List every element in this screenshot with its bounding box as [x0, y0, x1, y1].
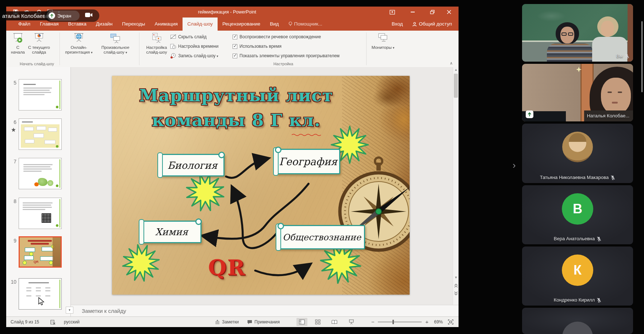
tab-review[interactable]: Рецензирование — [218, 18, 265, 31]
checkbox-play-narration[interactable]: Воспроизвести речевое сопровождение — [233, 34, 321, 39]
two-screens-icon — [96, 32, 135, 44]
video-tile-you[interactable]: Вы — [522, 4, 633, 62]
slide-title-line1: Маршрутный лист — [116, 85, 357, 105]
screen: ▾ геймификация - PowerPoint Файл Главная… — [0, 0, 644, 334]
setup-screen-icon — [142, 32, 171, 44]
thumbnail-slide-5[interactable] — [19, 79, 62, 110]
notes-toggle[interactable]: Заметки — [215, 317, 239, 327]
hide-slide-button[interactable]: Скрыть слайд — [170, 34, 207, 39]
tab-transitions[interactable]: Переходы — [117, 18, 150, 31]
previous-slide-icon[interactable] — [454, 284, 458, 288]
minimize-button[interactable] — [405, 7, 421, 18]
reading-view-icon — [331, 320, 337, 325]
reading-view-button[interactable] — [329, 318, 340, 326]
avatar — [562, 132, 593, 162]
checkbox-checked-icon — [233, 44, 237, 49]
thumbnail-slide-7[interactable] — [19, 158, 62, 189]
thumb-number: 6 — [8, 119, 16, 125]
zoom-in-button[interactable]: + — [425, 317, 429, 327]
rehearse-timings-button[interactable]: Настройка времени — [170, 43, 218, 49]
language-indicator[interactable]: русский — [64, 317, 80, 327]
thumbnail-slide-8[interactable] — [19, 198, 62, 229]
tab-assistant[interactable]: Помощник... — [284, 18, 327, 31]
collapse-ribbon-icon[interactable]: ∧ — [450, 61, 453, 66]
group-label-setup: Настройка — [261, 62, 305, 66]
record-icon — [170, 53, 176, 59]
notes-icon — [215, 320, 220, 324]
scroll-down-icon[interactable]: ▼ — [453, 276, 459, 279]
video-tile-vera[interactable]: В Вера Анатольевна — [522, 185, 633, 244]
panel-scrollbar[interactable] — [641, 21, 643, 92]
mouse-cursor — [38, 297, 45, 306]
screen-share-label: Экран — [57, 13, 71, 19]
monitors-icon — [369, 32, 396, 44]
chart-screen-icon — [25, 32, 53, 44]
slide-thumbnail-panel: 5 6 7 — [6, 67, 71, 316]
ribbon-display-options-button[interactable] — [384, 7, 400, 18]
notes-splitter-icon[interactable]: ▾ — [66, 307, 73, 314]
notes-pane[interactable]: ▾ Заметки к слайду — [71, 305, 459, 316]
comments-toggle[interactable]: Примечания — [247, 317, 280, 327]
window-title: геймификация - PowerPoint — [167, 7, 287, 18]
from-current-slide-button[interactable]: С текущего слайда — [25, 32, 53, 55]
globe-screen-icon — [63, 32, 95, 44]
scroll-knob-icon — [218, 152, 225, 158]
share-button[interactable]: Общий доступ — [407, 18, 459, 31]
subject-box-social-studies[interactable]: Обществознание — [279, 225, 365, 249]
tab-slideshow[interactable]: Слайд-шоу — [183, 18, 218, 31]
mic-muted-icon — [597, 298, 601, 303]
avatar-initial: В — [562, 193, 593, 225]
subject-box-chemistry[interactable]: Химия — [142, 221, 202, 243]
maximize-button[interactable] — [424, 7, 440, 18]
thumbnail-slide-9-selected[interactable]: QR — [19, 236, 62, 268]
camera-icon[interactable] — [85, 12, 93, 18]
tab-animations[interactable]: Анимация — [150, 18, 183, 31]
scrollbar-thumb[interactable] — [454, 74, 458, 98]
checkbox-checked-icon — [233, 35, 237, 39]
setup-slideshow-button[interactable]: Настройка слайд-шоу — [142, 32, 171, 55]
scroll-knob-icon — [195, 218, 202, 225]
video-tile-tatyana[interactable]: Татьяна Николаевна Макарова — [522, 124, 633, 183]
slide-sorter-icon — [315, 319, 321, 325]
thumb-number: 9 — [8, 238, 16, 244]
thumbnail-slide-6[interactable] — [19, 119, 62, 150]
video-tile-kirill[interactable]: К Кондренко Кирилл — [522, 246, 633, 306]
video-tile-partial[interactable] — [522, 308, 633, 334]
share-screen-icon — [49, 12, 55, 19]
monitors-button[interactable]: Мониторы — [369, 32, 396, 50]
participant-name-label: Татьяна Николаевна Макарова — [522, 175, 633, 180]
slide-title-line2: команды 8 Г кл. — [116, 110, 357, 130]
slide-scrollbar[interactable]: ▲ ▼ — [453, 67, 459, 305]
record-slideshow-button[interactable]: Запись слайд-шоу — [170, 53, 218, 59]
spellcheck-icon[interactable] — [50, 319, 56, 325]
online-presentation-button[interactable]: Онлайн- презентация — [63, 32, 95, 55]
zoom-percentage[interactable]: 69% — [434, 317, 443, 327]
status-bar: Слайд 9 из 15 русский Заметки Примечания — [6, 316, 459, 327]
collapse-panel-chevron[interactable]: › — [513, 160, 516, 171]
close-button[interactable] — [441, 7, 457, 18]
zoom-slider-handle[interactable] — [392, 320, 394, 324]
fit-to-window-icon[interactable] — [448, 319, 453, 325]
normal-view-button[interactable] — [296, 318, 307, 326]
subject-box-biology[interactable]: Биология — [160, 154, 225, 176]
checkbox-checked-icon — [233, 54, 237, 58]
checkbox-show-controls[interactable]: Показать элементы управления проигрывате… — [233, 53, 340, 58]
zoom-out-button[interactable]: − — [371, 317, 375, 327]
custom-slideshow-button[interactable]: Произвольное слайд-шоу — [96, 32, 135, 55]
scroll-knob-icon — [277, 223, 284, 229]
striped-sweater — [547, 43, 593, 62]
slideshow-view-button[interactable] — [346, 318, 357, 326]
screen-share-pill[interactable]: Экран — [47, 11, 80, 21]
zoom-slider-track[interactable] — [378, 322, 422, 322]
next-slide-icon[interactable] — [454, 291, 458, 295]
video-tile-natalia[interactable]: Наталья Колобае... — [522, 64, 633, 121]
subject-box-geography[interactable]: География — [276, 149, 340, 174]
notes-placeholder: Заметки к слайду — [82, 308, 126, 314]
scroll-up-icon[interactable]: ▲ — [453, 68, 459, 71]
thumb-number: 8 — [8, 198, 16, 204]
slide-sorter-view-button[interactable] — [312, 318, 323, 326]
tab-view[interactable]: Вид — [265, 18, 283, 31]
checkbox-use-timings[interactable]: Использовать время — [233, 44, 281, 49]
slide-canvas[interactable]: Биология География Химия Обществознание … — [112, 76, 410, 295]
sign-in-button[interactable]: Вход — [387, 18, 408, 31]
